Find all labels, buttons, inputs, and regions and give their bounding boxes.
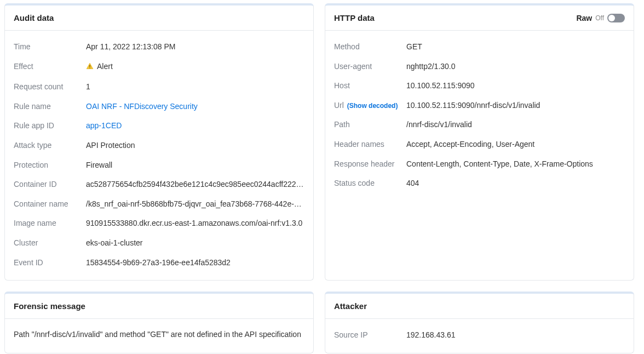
response-header-value: Content-Length, Content-Type, Date, X-Fr…	[406, 159, 625, 170]
raw-toggle-group: Raw Off	[576, 14, 625, 22]
source-ip-value: 192.168.43.61	[406, 330, 625, 341]
path-value: /nnrf-disc/v1/invalid	[406, 119, 625, 130]
forensic-card-header: Forensic message	[5, 294, 313, 319]
row-rule-app-id: Rule app ID app-1CED	[14, 116, 304, 136]
host-label: Host	[334, 81, 406, 92]
url-value: 10.100.52.115:9090/nnrf-disc/v1/invalid	[406, 100, 625, 111]
attacker-card-title: Attacker	[334, 301, 367, 311]
response-header-label: Response header	[334, 159, 406, 170]
cluster-value: eks-oai-1-cluster	[86, 238, 304, 249]
raw-label: Raw	[576, 14, 592, 22]
row-attack-type: Attack type API Protection	[14, 136, 304, 156]
svg-rect-1	[89, 67, 90, 68]
http-card-title: HTTP data	[334, 13, 375, 22]
row-time: Time Apr 11, 2022 12:13:08 PM	[14, 37, 304, 57]
method-value: GET	[406, 42, 625, 53]
raw-toggle-knob	[608, 15, 615, 21]
audit-data-card: Audit data Time Apr 11, 2022 12:13:08 PM…	[4, 3, 314, 281]
http-card-header: HTTP data Raw Off	[325, 5, 634, 31]
alert-icon	[86, 62, 94, 73]
attacker-card-body: Source IP 192.168.43.61	[325, 319, 634, 353]
row-protection: Protection Firewall	[14, 156, 304, 175]
status-code-label: Status code	[334, 178, 406, 189]
rule-app-id-label: Rule app ID	[14, 121, 86, 132]
rule-name-value: OAI NRF - NFDiscovery Security	[86, 101, 304, 112]
effect-label: Effect	[14, 61, 86, 72]
rule-app-id-value: app-1CED	[86, 121, 304, 132]
row-effect: Effect Alert	[14, 57, 304, 78]
url-label: Url (Show decoded)	[334, 100, 406, 111]
container-name-label: Container name	[14, 199, 86, 210]
protection-value: Firewall	[86, 160, 304, 171]
time-value: Apr 11, 2022 12:13:08 PM	[86, 42, 304, 53]
row-host: Host 10.100.52.115:9090	[334, 76, 625, 96]
row-cluster: Cluster eks-oai-1-cluster	[14, 233, 304, 253]
attacker-card-header: Attacker	[325, 294, 634, 319]
row-rule-name: Rule name OAI NRF - NFDiscovery Security	[14, 97, 304, 117]
row-request-count: Request count 1	[14, 77, 304, 97]
effect-text: Alert	[97, 62, 113, 71]
request-count-label: Request count	[14, 82, 86, 93]
path-label: Path	[334, 119, 406, 130]
protection-label: Protection	[14, 160, 86, 171]
rule-name-link[interactable]: OAI NRF - NFDiscovery Security	[86, 102, 198, 111]
status-code-value: 404	[406, 178, 625, 189]
time-label: Time	[14, 42, 86, 53]
container-id-value: ac528775654cfb2594f432be6e121c4c9ec985ee…	[86, 179, 304, 190]
row-container-name: Container name /k8s_nrf_oai-nrf-5b868bfb…	[14, 195, 304, 214]
event-id-value: 15834554-9b69-27a3-196e-ee14fa5283d2	[86, 258, 304, 269]
host-value: 10.100.52.115:9090	[406, 81, 625, 92]
forensic-message-text: Path "/nnrf-disc/v1/invalid" and method …	[14, 326, 304, 343]
image-name-value: 910915533880.dkr.ecr.us-east-1.amazonaws…	[86, 218, 304, 229]
url-label-text: Url	[334, 101, 344, 110]
header-names-value: Accept, Accept-Encoding, User-Agent	[406, 139, 625, 150]
raw-off-label: Off	[595, 14, 604, 22]
request-count-value: 1	[86, 82, 304, 93]
audit-card-header: Audit data	[5, 5, 313, 31]
url-show-decoded-link[interactable]: (Show decoded)	[347, 102, 398, 110]
row-url: Url (Show decoded) 10.100.52.115:9090/nn…	[334, 96, 625, 116]
cluster-label: Cluster	[14, 238, 86, 249]
row-response-header: Response header Content-Length, Content-…	[334, 155, 625, 174]
attack-type-value: API Protection	[86, 140, 304, 151]
container-name-value: /k8s_nrf_oai-nrf-5b868bfb75-djqvr_oai_fe…	[86, 199, 304, 210]
http-card-body: Method GET User-agent nghttp2/1.30.0 Hos…	[325, 31, 634, 201]
row-user-agent: User-agent nghttp2/1.30.0	[334, 57, 625, 77]
row-event-id: Event ID 15834554-9b69-27a3-196e-ee14fa5…	[14, 253, 304, 273]
rule-app-id-link[interactable]: app-1CED	[86, 121, 122, 130]
raw-toggle[interactable]	[607, 14, 625, 22]
row-source-ip: Source IP 192.168.43.61	[334, 326, 625, 345]
source-ip-label: Source IP	[334, 330, 406, 341]
method-label: Method	[334, 42, 406, 53]
forensic-message-card: Forensic message Path "/nnrf-disc/v1/inv…	[4, 292, 314, 353]
effect-value: Alert	[86, 61, 304, 73]
rule-name-label: Rule name	[14, 101, 86, 112]
header-names-label: Header names	[334, 139, 406, 150]
forensic-card-body: Path "/nnrf-disc/v1/invalid" and method …	[5, 319, 313, 351]
http-data-card: HTTP data Raw Off Method GET User-agent …	[325, 3, 634, 281]
audit-card-title: Audit data	[14, 13, 54, 22]
row-container-id: Container ID ac528775654cfb2594f432be6e1…	[14, 175, 304, 195]
forensic-card-title: Forensic message	[14, 301, 85, 311]
attack-type-label: Attack type	[14, 140, 86, 151]
image-name-label: Image name	[14, 218, 86, 229]
row-image-name: Image name 910915533880.dkr.ecr.us-east-…	[14, 214, 304, 233]
event-id-label: Event ID	[14, 258, 86, 269]
attacker-card: Attacker Source IP 192.168.43.61	[325, 292, 634, 353]
row-status-code: Status code 404	[334, 174, 625, 193]
row-method: Method GET	[334, 37, 625, 57]
row-header-names: Header names Accept, Accept-Encoding, Us…	[334, 135, 625, 155]
audit-card-body: Time Apr 11, 2022 12:13:08 PM Effect Ale…	[5, 31, 313, 280]
svg-rect-0	[89, 65, 90, 67]
container-id-label: Container ID	[14, 179, 86, 190]
user-agent-label: User-agent	[334, 61, 406, 72]
row-path: Path /nnrf-disc/v1/invalid	[334, 115, 625, 135]
user-agent-value: nghttp2/1.30.0	[406, 61, 625, 72]
